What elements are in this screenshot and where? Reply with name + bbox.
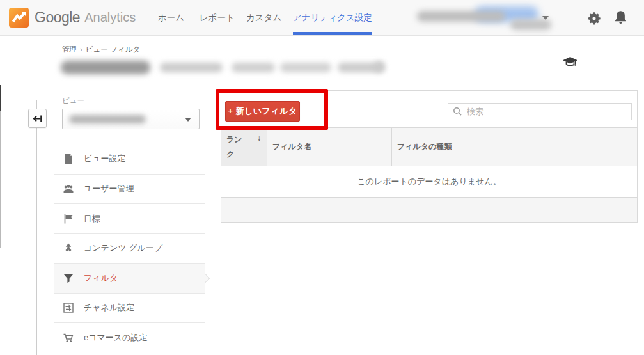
active-tab-underline [293, 32, 372, 35]
analytics-logo-icon [9, 8, 29, 28]
shopping-cart-icon [63, 332, 74, 343]
sidebar-item-goals[interactable]: 目標 [54, 203, 205, 233]
back-arrow-icon [32, 113, 43, 124]
sort-descending-icon: ↓ [257, 134, 261, 143]
notifications-bell-icon[interactable] [613, 10, 628, 26]
breadcrumb-admin-link[interactable]: 管理 [62, 45, 77, 53]
blurred-property-dot [374, 61, 385, 72]
tab-admin[interactable]: アナリティクス設定 [293, 12, 372, 24]
sidebar-item-label: コンテンツ グループ [84, 242, 162, 254]
blurred-property-text [232, 63, 275, 72]
tab-reports[interactable]: レポート [200, 12, 235, 24]
column-header-empty [512, 128, 637, 166]
search-input[interactable] [448, 103, 632, 120]
breadcrumb-current: ビュー フィルタ [86, 45, 140, 53]
tab-home[interactable]: ホーム [158, 12, 184, 24]
content-area: ビュー ビュー設定 [0, 84, 644, 355]
sidebar-item-label: ユーザー管理 [84, 183, 134, 194]
selected-item-notch [200, 273, 210, 283]
breadcrumb-separator: › [80, 45, 82, 53]
column-header-filter-type[interactable]: フィルタの種類 [392, 128, 512, 166]
sidebar-item-label: チャネル設定 [84, 302, 134, 313]
google-analytics-logo[interactable]: Google Analytics [9, 8, 136, 28]
flag-icon [63, 213, 74, 225]
sidebar-item-user-management[interactable]: ユーザー管理 [54, 174, 205, 204]
blurred-property-text [280, 63, 331, 72]
sidebar-item-content-grouping[interactable]: コンテンツ グループ [54, 233, 205, 264]
content-group-icon [63, 242, 74, 254]
column-header-rank[interactable]: ランク ↓ [221, 128, 267, 166]
document-icon [63, 153, 74, 164]
view-section-label: ビュー [62, 96, 84, 106]
blurred-view-selection [69, 115, 146, 123]
sidebar-menu: ビュー設定 ユーザー管理 目標 [54, 144, 205, 352]
blurred-account-subtext [510, 19, 551, 30]
window-edge-artifact-faint [0, 111, 1, 248]
blurred-account-name [417, 11, 505, 22]
column-label: ランク [226, 132, 244, 162]
column-label: フィルタの種類 [397, 141, 452, 152]
tab-custom[interactable]: カスタム [246, 12, 281, 24]
table-header-row: ランク ↓ フィルタ名 フィルタの種類 [221, 128, 637, 166]
sidebar-item-label: ビュー設定 [84, 153, 126, 164]
filter-funnel-icon [63, 272, 74, 284]
search-box [448, 103, 632, 120]
sidebar-rail-line [36, 100, 37, 355]
new-filter-button[interactable]: + 新しいフィルタ [225, 101, 300, 122]
table-toolbar: + 新しいフィルタ [221, 91, 637, 128]
view-selector-dropdown[interactable] [62, 109, 200, 129]
logo-google-text: Google [35, 9, 80, 26]
top-bar: Google Analytics ホーム レポート カスタム アナリティクス設定 [0, 0, 644, 36]
admin-sidebar: ビュー ビュー設定 [54, 84, 205, 355]
logo-analytics-text: Analytics [84, 10, 136, 25]
collapse-back-button[interactable] [28, 109, 47, 128]
sidebar-item-label: eコマースの設定 [84, 332, 147, 343]
table-empty-message-row: このレポートのデータはありません。 [221, 166, 637, 198]
blurred-view-name [61, 61, 150, 74]
academy-graduation-cap-icon[interactable] [562, 56, 579, 68]
sidebar-item-ecommerce-settings[interactable]: eコマースの設定 [54, 322, 205, 352]
sidebar-item-channel-settings[interactable]: チャネル設定 [54, 293, 205, 323]
empty-message: このレポートのデータはありません。 [357, 176, 501, 187]
sidebar-item-label: 目標 [84, 213, 100, 225]
google-analytics-admin-page: Google Analytics ホーム レポート カスタム アナリティクス設定… [0, 0, 644, 355]
users-icon [63, 183, 74, 194]
sidebar-item-view-settings[interactable]: ビュー設定 [54, 144, 205, 174]
table-footer-row [221, 198, 637, 222]
blurred-property-text [160, 63, 223, 72]
sidebar-item-label: フィルタ [84, 272, 118, 284]
search-icon [453, 107, 462, 116]
sub-header: 管理›ビュー フィルタ [0, 36, 644, 84]
account-caret-icon[interactable] [542, 16, 549, 20]
breadcrumb: 管理›ビュー フィルタ [62, 45, 140, 54]
settings-gear-icon[interactable] [587, 11, 601, 25]
dropdown-caret-icon [185, 118, 191, 122]
filters-table-card: + 新しいフィルタ ランク ↓ フィルタ名 フ [221, 90, 638, 223]
window-edge-artifact [0, 85, 1, 111]
channel-settings-icon [63, 302, 74, 313]
column-label: フィルタ名 [272, 141, 311, 152]
sidebar-item-filters[interactable]: フィルタ [54, 263, 205, 293]
column-header-filter-name[interactable]: フィルタ名 [267, 128, 392, 166]
